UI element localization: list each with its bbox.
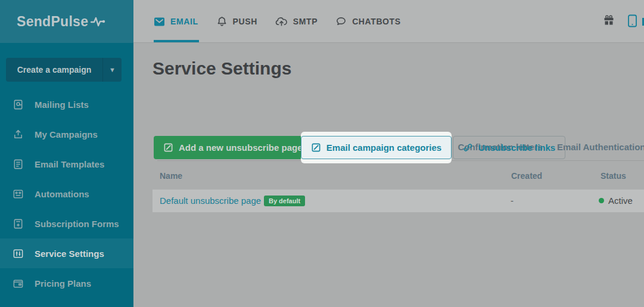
sidebar-item-label: Mailing Lists bbox=[35, 100, 89, 110]
link-icon bbox=[463, 142, 473, 153]
add-unsubscribe-page-label: Add a new unsubscribe page bbox=[179, 142, 303, 153]
sidebar-item-label: Pricing Plans bbox=[35, 278, 91, 289]
column-header-status: Status bbox=[601, 171, 626, 181]
sidebar-item-label: Email Templates bbox=[35, 159, 104, 169]
nav-item-email[interactable]: EMAIL bbox=[154, 17, 198, 27]
bell-icon bbox=[216, 16, 228, 27]
template-icon bbox=[12, 158, 24, 170]
chat-bubble-icon bbox=[335, 16, 347, 27]
column-header-created: Created bbox=[511, 171, 542, 181]
sidebar-item-mailing-lists[interactable]: Mailing Lists bbox=[0, 89, 133, 119]
sidebar-item-my-campaigns[interactable]: My Campaigns bbox=[0, 119, 133, 149]
created-value: - bbox=[511, 196, 514, 206]
email-campaign-categories-button[interactable]: Email campaign categories bbox=[301, 136, 452, 159]
status-dot bbox=[599, 198, 604, 203]
create-campaign-caret[interactable]: ▼ bbox=[102, 58, 122, 82]
email-campaign-categories-label: Email campaign categories bbox=[326, 142, 441, 153]
sidebar-item-label: My Campaigns bbox=[35, 129, 98, 139]
subscription-form-icon bbox=[12, 218, 24, 230]
sidebar-item-subscription-forms[interactable]: Subscription Forms bbox=[0, 209, 133, 238]
by-default-badge: By default bbox=[264, 196, 305, 206]
sidebar-item-automations[interactable]: Automations bbox=[0, 179, 133, 209]
sidebar-menu: Mailing Lists My Campaigns Email Templat… bbox=[0, 89, 133, 298]
table-header: Name Created Status bbox=[153, 171, 644, 189]
add-unsubscribe-page-button[interactable]: Add a new unsubscribe page bbox=[154, 136, 312, 159]
sidebar-item-email-templates[interactable]: Email Templates bbox=[0, 149, 133, 179]
nav-item-push[interactable]: PUSH bbox=[216, 16, 257, 27]
unsubscribe-links-button[interactable]: Unsubscribe links bbox=[453, 136, 565, 159]
nav-item-label: EMAIL bbox=[170, 17, 198, 26]
page-title: Service Settings bbox=[153, 58, 291, 79]
unsubscribe-page-link[interactable]: Default unsubscribe page bbox=[160, 196, 261, 206]
sendpulse-logo: SendPulse bbox=[17, 14, 106, 30]
column-header-name: Name bbox=[160, 171, 182, 181]
unsubscribe-links-label: Unsubscribe links bbox=[478, 142, 555, 153]
service-settings-icon bbox=[12, 247, 24, 259]
tab-email-authentication[interactable]: Email Authentication bbox=[557, 142, 644, 160]
logo-band: SendPulse bbox=[0, 0, 133, 43]
main-content: Service Settings From Addresses Email Ca… bbox=[133, 43, 644, 307]
active-channel-underline bbox=[154, 40, 199, 42]
channel-tabs: EMAIL PUSH SMTP bbox=[154, 0, 401, 43]
status-value: Active bbox=[599, 196, 633, 206]
highlight-box: Email campaign categories bbox=[301, 132, 452, 163]
sidebar-item-label: Automations bbox=[35, 189, 89, 199]
edit-icon bbox=[163, 142, 173, 153]
email-icon bbox=[154, 17, 165, 27]
pricing-icon bbox=[12, 277, 24, 289]
top-navigation: EMAIL PUSH SMTP bbox=[133, 0, 644, 43]
nav-item-label: PUSH bbox=[233, 17, 257, 26]
sidebar-item-label: Subscription Forms bbox=[35, 219, 119, 229]
sidebar: SendPulse Create a campaign ▼ bbox=[0, 0, 133, 307]
chevron-down-icon: ▼ bbox=[109, 66, 116, 73]
create-campaign-button[interactable]: Create a campaign ▼ bbox=[6, 58, 122, 82]
edit-icon bbox=[311, 142, 321, 153]
gift-icon[interactable] bbox=[603, 14, 615, 26]
cloud-upload-icon bbox=[275, 17, 288, 27]
create-campaign-label[interactable]: Create a campaign bbox=[6, 65, 102, 75]
status-label: Active bbox=[608, 196, 633, 206]
address-book-icon bbox=[12, 98, 24, 110]
sidebar-item-service-settings[interactable]: Service Settings bbox=[0, 238, 133, 268]
campaign-send-icon bbox=[12, 128, 24, 140]
pulse-icon bbox=[91, 15, 106, 27]
table-row: Default unsubscribe page By default - Ac… bbox=[153, 190, 644, 212]
sendpulse-app: SendPulse Create a campaign ▼ bbox=[0, 0, 644, 307]
automation-icon bbox=[12, 188, 24, 200]
sidebar-item-label: Service Settings bbox=[35, 249, 104, 259]
logo-text: SendPulse bbox=[17, 14, 88, 30]
nav-item-chatbots[interactable]: CHATBOTS bbox=[335, 16, 401, 27]
nav-item-label: SMTP bbox=[293, 17, 318, 26]
sidebar-item-pricing-plans[interactable]: Pricing Plans bbox=[0, 268, 133, 298]
nav-item-label: CHATBOTS bbox=[352, 17, 401, 26]
nav-item-smtp[interactable]: SMTP bbox=[275, 17, 318, 27]
mobile-icon[interactable] bbox=[627, 14, 637, 27]
